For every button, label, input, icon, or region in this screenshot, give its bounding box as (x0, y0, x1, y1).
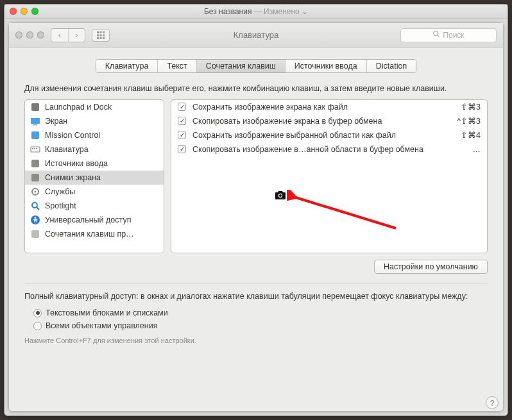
search-input[interactable]: Поиск (400, 28, 497, 42)
prefs-traffic-lights (15, 31, 44, 38)
minimize-icon[interactable] (26, 31, 33, 38)
radio-icon (33, 322, 42, 330)
shortcut-list[interactable]: ✓ Сохранить изображение экрана как файл … (171, 99, 488, 253)
footnote-text: Нажмите Control+F7 для изменения этой на… (24, 337, 488, 344)
svg-rect-0 (97, 31, 99, 33)
close-icon[interactable] (10, 8, 17, 15)
launchpad-icon (30, 102, 40, 112)
svg-line-30 (296, 197, 396, 228)
category-item[interactable]: Универсальный доступ (25, 213, 164, 227)
app-icon (30, 229, 40, 239)
svg-rect-12 (31, 118, 40, 124)
svg-point-29 (279, 194, 282, 197)
radio-text-controls[interactable]: Текстовыми блоками и списками (33, 308, 488, 317)
tab-bar: КлавиатураТекстСочетания клавишИсточники… (96, 59, 417, 73)
svg-rect-2 (103, 31, 105, 33)
tab-2[interactable]: Сочетания клавиш (197, 60, 286, 72)
search-placeholder: Поиск (443, 31, 464, 40)
radio-all-controls[interactable]: Всеми объектами управления (33, 321, 488, 330)
shortcut-key[interactable]: … (473, 145, 481, 154)
zoom-icon[interactable] (37, 31, 44, 38)
svg-rect-11 (31, 103, 39, 111)
tab-3[interactable]: Источники ввода (286, 60, 367, 72)
divider (24, 283, 488, 283)
outer-modified-label: — Изменено (254, 7, 300, 16)
shortcut-row[interactable]: ✓ Скопировать изображение в…анной област… (171, 142, 487, 156)
shortcut-key[interactable]: ⇧⌘4 (461, 130, 481, 140)
category-item[interactable]: Экран (25, 114, 164, 128)
category-item[interactable]: Снимки экрана (25, 171, 164, 185)
annotation-arrow (287, 190, 415, 241)
shortcut-label: Скопировать изображение в…анной области … (192, 145, 466, 154)
category-item[interactable]: Источники ввода (25, 156, 164, 171)
show-all-button[interactable] (92, 29, 110, 42)
svg-rect-18 (36, 148, 37, 149)
spotlight-icon (30, 201, 40, 211)
checkbox[interactable]: ✓ (178, 117, 186, 125)
category-label: Сочетания клавиш пр… (45, 230, 134, 239)
category-item[interactable]: Службы (25, 185, 164, 199)
shortcut-key[interactable]: ^⇧⌘3 (457, 116, 481, 126)
checkbox[interactable]: ✓ (178, 131, 186, 139)
forward-button[interactable]: › (68, 29, 85, 42)
access-icon (30, 215, 40, 225)
category-item[interactable]: Сочетания клавиш пр… (25, 227, 164, 241)
category-label: Экран (45, 117, 67, 126)
checkbox[interactable]: ✓ (178, 103, 186, 111)
shortcut-row[interactable]: ✓ Сохранить изображение выбранной област… (171, 128, 487, 142)
shortcut-label: Сохранить изображение экрана как файл (192, 103, 454, 112)
instruction-text: Для изменения сочетания клавиш выберите … (24, 83, 488, 94)
svg-rect-20 (31, 174, 39, 181)
tab-4[interactable]: Dictation (367, 60, 416, 72)
help-button[interactable]: ? (486, 396, 499, 409)
svg-point-23 (32, 203, 37, 208)
grid-icon (96, 31, 105, 40)
svg-point-22 (35, 190, 37, 192)
svg-rect-13 (33, 124, 37, 126)
shortcut-key[interactable]: ⇧⌘3 (461, 102, 481, 112)
svg-rect-8 (103, 37, 105, 39)
category-label: Launchpad и Dock (45, 103, 112, 112)
shortcut-row[interactable]: ✓ Сохранить изображение экрана как файл … (171, 100, 487, 114)
radio-label: Текстовыми блоками и списками (46, 308, 168, 317)
category-label: Универсальный доступ (45, 215, 131, 224)
minimize-icon[interactable] (21, 8, 28, 15)
input-icon (30, 158, 40, 169)
tab-0[interactable]: Клавиатура (96, 60, 158, 72)
full-keyboard-access-text: Полный клавиатурный доступ: в окнах и ди… (24, 291, 488, 303)
search-icon (432, 30, 440, 40)
category-label: Службы (45, 187, 75, 196)
outer-titlebar: Без названия — Изменено ⌄ (4, 4, 508, 19)
chevron-down-icon[interactable]: ⌄ (302, 7, 308, 16)
checkbox[interactable]: ✓ (178, 145, 186, 153)
radio-label: Всеми объектами управления (46, 321, 157, 330)
outer-title-text: Без названия (204, 7, 252, 16)
close-icon[interactable] (15, 31, 22, 38)
zoom-icon[interactable] (31, 8, 38, 15)
category-item[interactable]: Spotlight (25, 199, 164, 213)
category-item[interactable]: Mission Control (25, 128, 164, 142)
shortcut-label: Сохранить изображение выбранной области … (192, 131, 454, 140)
system-prefs-window: ‹ › Клавиатура Поиск (8, 22, 504, 412)
svg-rect-27 (31, 230, 39, 238)
category-item[interactable]: Клавиатура (25, 142, 164, 156)
category-label: Снимки экрана (45, 173, 101, 182)
mission-icon (30, 130, 40, 140)
back-button[interactable]: ‹ (51, 29, 68, 42)
category-label: Источники ввода (45, 159, 108, 168)
svg-rect-6 (97, 37, 99, 39)
category-list[interactable]: Launchpad и DockЭкранMission ControlКлав… (24, 99, 164, 253)
svg-rect-4 (100, 34, 102, 36)
tab-1[interactable]: Текст (158, 60, 196, 72)
category-label: Spotlight (45, 201, 76, 210)
outer-traffic-lights (10, 8, 38, 15)
nav-buttons: ‹ › (51, 28, 85, 42)
category-item[interactable]: Launchpad и Dock (25, 100, 164, 114)
svg-rect-1 (100, 31, 102, 33)
category-label: Mission Control (45, 131, 100, 140)
svg-rect-7 (100, 37, 102, 39)
svg-rect-5 (103, 34, 105, 36)
shortcut-row[interactable]: ✓ Скопировать изображение экрана в буфер… (171, 114, 487, 128)
svg-rect-3 (97, 34, 99, 36)
restore-defaults-button[interactable]: Настройки по умолчанию (374, 260, 488, 274)
